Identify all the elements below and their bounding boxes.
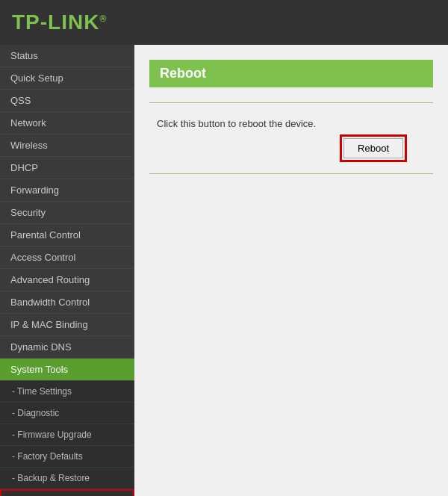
sidebar-item-quick-setup[interactable]: Quick Setup — [0, 67, 134, 90]
sidebar-item-parental-control[interactable]: Parental Control — [0, 224, 134, 247]
reboot-button-wrapper: Reboot — [149, 138, 433, 158]
sidebar-item-system-tools[interactable]: System Tools — [0, 359, 134, 381]
content-area: Reboot Click this button to reboot the d… — [134, 45, 448, 189]
sidebar-item-bandwidth-control[interactable]: Bandwidth Control — [0, 291, 134, 314]
sidebar-item-access-control[interactable]: Access Control — [0, 247, 134, 269]
sidebar-item-time-settings[interactable]: - Time Settings — [0, 381, 134, 403]
sidebar-item-dhcp[interactable]: DHCP — [0, 157, 134, 179]
sidebar-item-ip-mac-binding[interactable]: IP & MAC Binding — [0, 314, 134, 336]
separator-top — [149, 102, 433, 103]
page-title: Reboot — [149, 60, 433, 87]
sidebar-item-forwarding[interactable]: Forwarding — [0, 179, 134, 202]
header: TP-LINK® — [0, 0, 448, 45]
sidebar-item-reboot[interactable]: - Reboot — [0, 489, 134, 496]
sidebar-item-firmware-upgrade[interactable]: - Firmware Upgrade — [0, 424, 134, 446]
sidebar-item-backup-restore[interactable]: - Backup & Restore — [0, 468, 134, 489]
sidebar-item-wireless[interactable]: Wireless — [0, 134, 134, 157]
sidebar: StatusQuick SetupQSSNetworkWirelessDHCPF… — [0, 45, 134, 496]
sidebar-item-network[interactable]: Network — [0, 112, 134, 134]
sidebar-item-qss[interactable]: QSS — [0, 90, 134, 112]
sidebar-item-security[interactable]: Security — [0, 202, 134, 224]
sidebar-item-factory-defaults[interactable]: - Factory Defaults — [0, 446, 134, 468]
layout: StatusQuick SetupQSSNetworkWirelessDHCPF… — [0, 45, 448, 496]
logo: TP-LINK® — [12, 10, 107, 34]
sidebar-item-dynamic-dns[interactable]: Dynamic DNS — [0, 336, 134, 359]
logo-text: TP-LINK — [12, 10, 99, 34]
separator-bottom — [149, 173, 433, 174]
reboot-button[interactable]: Reboot — [343, 138, 403, 158]
main-content: Reboot Click this button to reboot the d… — [134, 45, 448, 496]
sidebar-item-advanced-routing[interactable]: Advanced Routing — [0, 269, 134, 291]
reboot-description: Click this button to reboot the device. — [149, 118, 433, 129]
logo-registered: ® — [99, 13, 107, 24]
sidebar-item-status[interactable]: Status — [0, 45, 134, 67]
sidebar-item-diagnostic[interactable]: - Diagnostic — [0, 403, 134, 424]
